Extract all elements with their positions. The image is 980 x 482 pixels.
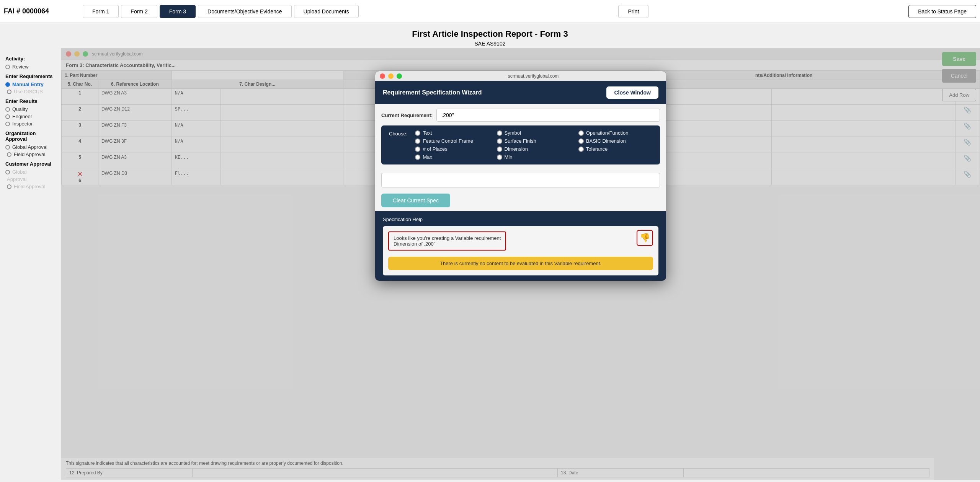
customer-approval-sub-label: Approval [7,176,26,182]
sidebar-item-field-approval[interactable]: Field Approval [5,151,56,157]
spec-help-label: Specification Help [383,217,658,222]
radio-grid: Text Symbol Operation/Function [415,130,652,160]
modal-body: Current Requirement: Choose: Text [375,104,666,281]
radio-circle-feature[interactable] [415,138,420,144]
choose-row: Choose: Text Symbol [381,125,660,164]
radio-circle-symbol[interactable] [497,130,502,136]
choose-label: Choose: [389,131,407,137]
radio-customer-field[interactable] [7,184,11,189]
sidebar-item-customer-global[interactable]: Global [5,169,56,175]
thumbs-down-button[interactable]: 👎 [637,230,653,246]
tab-form3[interactable]: Form 3 [160,5,196,18]
warning-bar: There is currently no content to be eval… [388,257,653,270]
sidebar-item-customer-field[interactable]: Field Approval [5,184,56,189]
radio-surface-finish[interactable]: Surface Finish [497,138,571,144]
radio-field-approval[interactable] [7,152,11,157]
manual-entry-label: Manual Entry [12,81,44,87]
customer-approval-label: Customer Approval [5,161,56,167]
radio-operation-function[interactable]: Operation/Function [578,130,652,136]
radio-global-approval[interactable] [5,145,10,150]
modal-url: scrmuat.verifyglobal.com [405,73,662,79]
back-to-status-button[interactable]: Back to Status Page [908,5,976,18]
org-approval-label: Organization Approval [5,130,56,142]
customer-field-label: Field Approval [14,184,45,189]
radio-circle-basic[interactable] [578,138,584,144]
radio-manual-entry[interactable] [5,82,10,87]
field-approval-label: Field Approval [14,151,45,157]
text-input-section [375,169,666,191]
radio-circle-operation[interactable] [578,130,584,136]
radio-num-places[interactable]: # of Places [415,146,489,152]
top-nav: FAI # 0000064 Form 1 Form 2 Form 3 Docum… [0,0,980,23]
modal-window-bar: scrmuat.verifyglobal.com [375,71,666,81]
radio-symbol[interactable]: Symbol [497,130,571,136]
activity-label: Activity: [5,56,56,62]
engineer-label: Engineer [12,114,32,119]
content-area: scrmuat.verifyglobal.com Form 3: Charact… [61,48,980,480]
radio-tolerance[interactable]: Tolerance [578,146,652,152]
page-title-area: First Article Inspection Report - Form 3… [0,23,980,48]
spec-text-input[interactable] [381,173,660,187]
radio-review[interactable] [5,65,10,69]
radio-engineer[interactable] [5,114,10,119]
print-button[interactable]: Print [618,5,648,18]
sidebar-item-manual-entry[interactable]: Manual Entry [5,81,56,87]
sidebar-item-engineer[interactable]: Engineer [5,114,56,119]
customer-global-label: Global [12,169,27,175]
radio-inspector[interactable] [5,122,10,126]
current-req-label: Current Requirement: [381,112,433,118]
close-window-button[interactable]: Close Window [606,86,658,99]
clear-current-spec-button[interactable]: Clear Current Spec [381,194,450,207]
sidebar-item-review[interactable]: Review [5,64,56,70]
fai-number: FAI # 0000064 [4,7,80,15]
page-title: First Article Inspection Report - Form 3 [0,29,980,39]
current-requirement-input[interactable] [436,109,660,122]
current-req-row: Current Requirement: [381,109,660,122]
tab-form1[interactable]: Form 1 [83,5,119,18]
radio-text[interactable]: Text [415,130,489,136]
spec-help-inner: Looks like you're creating a Variable re… [383,226,658,275]
quality-label: Quality [12,106,28,112]
page-subtitle: SAE AS9102 [0,41,980,47]
radio-circle-surface[interactable] [497,138,502,144]
tab-upload[interactable]: Upload Documents [294,5,359,18]
radio-circle-places[interactable] [415,147,420,152]
enter-req-label: Enter Requirements [5,73,56,79]
use-discus-label: Use DISCUS [14,89,43,94]
modal-overlay: scrmuat.verifyglobal.com Requirement Spe… [61,48,980,480]
current-requirement-section: Current Requirement: Choose: Text [375,104,666,169]
clear-spec-row: Clear Current Spec [375,191,666,211]
radio-circle-dimension[interactable] [497,147,502,152]
radio-customer-global[interactable] [5,170,10,174]
tab-form2[interactable]: Form 2 [121,5,157,18]
sidebar-item-customer-approval[interactable]: Approval [5,176,56,182]
sidebar: Activity: Review Enter Requirements Manu… [0,48,61,480]
radio-dimension[interactable]: Dimension [497,146,571,152]
enter-results-label: Enter Results [5,98,56,104]
main-layout: Activity: Review Enter Requirements Manu… [0,48,980,480]
sidebar-item-use-discus[interactable]: Use DISCUS [5,89,56,94]
radio-basic-dimension[interactable]: BASIC Dimension [578,138,652,144]
modal-dot-yellow[interactable] [388,73,394,79]
modal-dot-green[interactable] [397,73,402,79]
radio-quality[interactable] [5,107,10,112]
tab-docs[interactable]: Documents/Objective Evidence [198,5,292,18]
global-approval-label: Global Approval [12,144,47,150]
radio-use-discus[interactable] [7,90,11,94]
radio-max[interactable]: Max [415,154,489,160]
modal-title-bar: Requirement Specification Wizard Close W… [375,81,666,104]
radio-circle-tolerance[interactable] [578,147,584,152]
radio-circle-text[interactable] [415,130,420,136]
radio-circle-min[interactable] [497,155,502,160]
review-label: Review [12,64,29,70]
radio-feature-control[interactable]: Feature Control Frame [415,138,489,144]
inspector-label: Inspector [12,121,33,127]
modal-dot-red[interactable] [380,73,385,79]
sidebar-item-global-approval[interactable]: Global Approval [5,144,56,150]
sidebar-item-inspector[interactable]: Inspector [5,121,56,127]
modal-title: Requirement Specification Wizard [383,89,482,96]
radio-circle-max[interactable] [415,155,420,160]
sidebar-item-quality[interactable]: Quality [5,106,56,112]
radio-min[interactable]: Min [497,154,571,160]
requirement-wizard-modal: scrmuat.verifyglobal.com Requirement Spe… [375,71,666,281]
